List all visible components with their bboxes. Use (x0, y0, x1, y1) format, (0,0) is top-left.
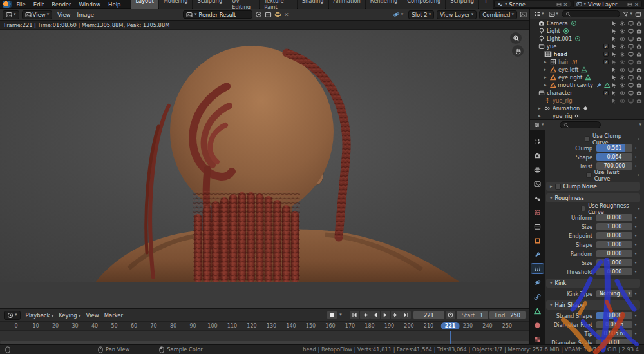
menu-edit[interactable]: Edit (30, 1, 48, 8)
properties-tab-output[interactable] (531, 165, 544, 175)
checkbox-use-twist-curve[interactable] (586, 172, 591, 178)
outliner-row[interactable]: ▸eye.left (530, 66, 644, 74)
editor-type-dropdown[interactable]: ▾ (3, 10, 19, 19)
unlink-image-icon[interactable]: ✕ (284, 12, 289, 18)
pan-gizmo[interactable] (512, 45, 524, 57)
properties-tab-physics[interactable] (531, 278, 544, 288)
camera-icon[interactable] (636, 21, 642, 26)
cursor-icon[interactable] (611, 21, 617, 26)
monitor-icon[interactable] (628, 28, 634, 34)
camera-icon[interactable] (636, 52, 642, 57)
properties-tab-constraint[interactable] (531, 292, 544, 302)
camera-icon[interactable] (636, 90, 642, 96)
expand-icon[interactable]: ▸ (544, 83, 549, 88)
cursor-icon[interactable] (611, 59, 617, 65)
field-uniform[interactable]: 0.000 (596, 214, 632, 221)
eye-icon[interactable] (620, 36, 625, 42)
properties-tab-data[interactable] (531, 306, 544, 316)
properties-tab-world[interactable] (531, 208, 544, 217)
eye-icon[interactable] (620, 59, 625, 65)
properties-editor-type-dropdown[interactable]: ▾ (533, 122, 545, 128)
duplicate-image-icon[interactable] (265, 11, 272, 18)
blender-logo-icon[interactable] (3, 1, 12, 8)
eye-icon[interactable] (620, 67, 625, 73)
field-shape[interactable]: 0.064 (596, 153, 632, 161)
monitor-icon[interactable] (628, 36, 634, 42)
animate-dot[interactable]: • (632, 331, 639, 337)
image-editor-menu-view[interactable]: View (55, 11, 73, 19)
image-editor-menu-image[interactable]: Image (74, 11, 97, 19)
cursor-icon[interactable] (611, 90, 617, 96)
transport-keyprev-button[interactable] (360, 311, 370, 319)
playhead[interactable]: 221 (441, 322, 460, 329)
transport-skipfirst-button[interactable] (350, 311, 359, 319)
render-slot-icon[interactable] (520, 11, 527, 18)
animate-dot[interactable]: • (632, 155, 639, 160)
dropdown-kink-type[interactable]: Nothing▾ (596, 290, 632, 297)
timeline-menu-keying[interactable]: Keying ▾ (56, 312, 83, 319)
exclude-checkbox[interactable]: ✓ (603, 90, 609, 95)
properties-tab-scene[interactable] (531, 193, 544, 203)
monitor-icon[interactable] (628, 59, 634, 65)
cursor-icon[interactable] (611, 75, 617, 81)
expand-icon[interactable]: ▸ (544, 75, 549, 80)
field-strand-shape[interactable]: 0.000 (596, 312, 632, 319)
cursor-icon[interactable] (611, 98, 617, 104)
monitor-icon[interactable] (628, 98, 634, 104)
cursor-icon[interactable] (611, 44, 617, 50)
expand-icon[interactable]: ▸ (544, 67, 549, 72)
monitor-icon[interactable] (628, 52, 634, 57)
outliner-row[interactable]: ▸mouth cavity (530, 81, 644, 89)
outliner-row[interactable]: ▸eye.right (530, 74, 644, 81)
transport-keynext-button[interactable] (391, 311, 401, 319)
eye-icon[interactable] (620, 21, 625, 26)
auto-key-dropdown[interactable]: ▾ (339, 313, 342, 317)
end-frame-field[interactable]: End250 (489, 311, 526, 319)
render-viewport[interactable] (0, 30, 529, 308)
slot-dropdown[interactable]: Slot 2▾ (408, 10, 434, 19)
outliner-search-input[interactable] (562, 10, 620, 17)
timeline-menu-playback[interactable]: Playback ▾ (23, 312, 57, 319)
camera-icon[interactable] (636, 67, 642, 73)
outliner-display-mode-dropdown[interactable]: ▾ (533, 11, 545, 17)
properties-tab-viewlayer[interactable] (531, 179, 544, 189)
cursor-icon[interactable] (611, 67, 617, 73)
animate-dot[interactable]: • (632, 215, 639, 221)
expand-icon[interactable]: ▸ (538, 113, 544, 119)
scene-selector[interactable]: ▾ Scene ✕ (494, 1, 571, 8)
cursor-icon[interactable] (611, 52, 617, 57)
outliner-row[interactable]: yue✓ (530, 43, 644, 50)
animate-dot[interactable]: • (632, 261, 639, 266)
fake-user-icon[interactable] (255, 11, 262, 18)
properties-search-input[interactable] (560, 121, 601, 128)
panel-header-clump-noise[interactable]: ▸Clump Noise (546, 182, 640, 191)
panel-header-hair-shape[interactable]: ▾Hair Shape (546, 300, 640, 310)
eye-icon[interactable] (620, 90, 625, 96)
eye-icon[interactable] (620, 75, 625, 81)
outliner-row[interactable]: Light (530, 27, 644, 35)
editor-mode-dropdown[interactable]: View ▾ (22, 10, 53, 19)
outliner-row[interactable]: ▸Animation (530, 104, 644, 112)
animate-dot[interactable]: • (632, 224, 639, 230)
layer-dropdown[interactable]: View Layer▾ (437, 10, 477, 19)
new-scene-icon[interactable] (556, 2, 562, 7)
animate-dot[interactable]: • (632, 146, 639, 151)
outliner-row[interactable]: ▸hair✓ (530, 58, 644, 66)
cursor-icon[interactable] (611, 28, 617, 34)
camera-icon[interactable] (636, 75, 642, 81)
pass-dropdown[interactable]: Combined▾ (479, 10, 517, 19)
panel-header-kink[interactable]: ▾Kink (546, 279, 640, 288)
unlink-scene-icon[interactable]: ✕ (564, 1, 568, 8)
checkbox-use-roughness-curve[interactable] (581, 206, 585, 211)
timeline-menu-view[interactable]: View (84, 312, 102, 319)
use-preview-range-button[interactable] (446, 311, 455, 319)
monitor-icon[interactable] (628, 67, 634, 73)
expand-icon[interactable]: ▸ (538, 106, 544, 111)
menu-render[interactable]: Render (48, 1, 75, 8)
properties-tab-object[interactable] (531, 236, 544, 246)
animate-dot[interactable]: • (632, 233, 639, 239)
field-twist[interactable]: 700.000 (596, 162, 632, 170)
camera-icon[interactable] (636, 98, 642, 104)
camera-icon[interactable] (636, 28, 642, 34)
remove-layer-icon[interactable]: ✕ (634, 1, 639, 8)
